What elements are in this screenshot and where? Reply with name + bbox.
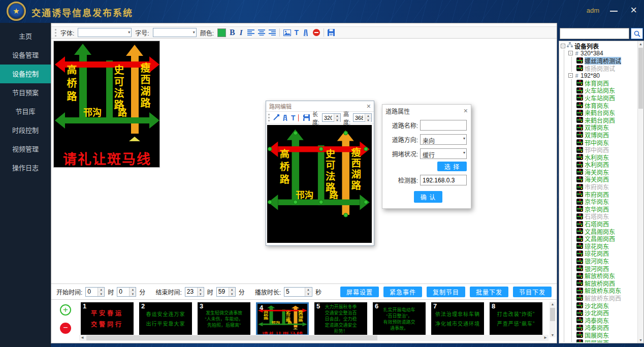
collapse-toggle[interactable]: - (561, 44, 565, 48)
action-button-0[interactable]: 屏幕设置 (340, 287, 379, 297)
sidebar-item-3[interactable]: 节目预案 (0, 83, 51, 102)
tree-device-item[interactable]: 文昌阁岗西 (576, 235, 637, 242)
confirm-button[interactable]: 确 认 (414, 191, 442, 203)
action-button-4[interactable]: 节目下发 (513, 287, 552, 297)
save-icon[interactable] (328, 29, 335, 36)
toolbar-grip[interactable] (55, 29, 56, 37)
anchor-point[interactable] (319, 200, 324, 204)
tree-device-item[interactable]: 体育岗西 (576, 79, 637, 87)
start-hour-stepper[interactable]: ▲▼ (85, 287, 105, 297)
detector-input[interactable] (420, 175, 467, 185)
collapse-toggle[interactable]: - (568, 73, 573, 78)
duration-input[interactable] (284, 288, 305, 296)
action-button-3[interactable]: 批量下发 (470, 287, 508, 297)
search-button[interactable] (631, 28, 643, 39)
anchor-point[interactable] (343, 131, 348, 136)
user-label[interactable]: adm (587, 7, 599, 14)
start-minute-input[interactable] (117, 288, 129, 296)
tree-device-item[interactable]: 文昌阁岗东 (576, 228, 637, 235)
minimize-button[interactable] (610, 11, 618, 12)
toolbar-grip[interactable] (268, 114, 270, 121)
tree-device-item[interactable]: 螺丝湾桥测试 (576, 57, 637, 65)
scroll-up-icon[interactable]: ▲ (550, 302, 556, 306)
sign-preview[interactable]: 高桥路 史可法路 瘦西湖路 邗沟 路 请礼让斑马线 (53, 41, 160, 168)
playlist-horizontal-scrollbar[interactable]: ◄ ► (79, 335, 549, 341)
dialog-titlebar[interactable]: 路网编辑 × (266, 101, 374, 111)
playlist-item-6[interactable]: 6扎实开展电动车“百日整治”，有效预防道路交通事故。 (373, 302, 426, 336)
sidebar-item-0[interactable]: 主页 (0, 27, 51, 46)
playlist-item-8[interactable]: 8打击改装“炸街”严查严惩“飙车” (490, 302, 542, 336)
length-input[interactable] (323, 114, 334, 121)
tree-device-item[interactable]: 琼花岗西 (576, 250, 637, 258)
color-swatch[interactable] (217, 28, 226, 37)
sidebar-item-2[interactable]: 设备控制 (0, 65, 51, 83)
sidebar-item-6[interactable]: 视频管理 (0, 140, 51, 159)
playlist-item-1[interactable]: 1平安春运交警同行 (81, 302, 134, 336)
tree-group-0[interactable]: -#320*384 (568, 50, 637, 57)
duration-stepper[interactable]: ▲▼ (284, 287, 312, 297)
bold-button[interactable]: B (230, 28, 235, 37)
tree-device-item[interactable]: 石塔岗东 (576, 213, 637, 220)
tree-device-item[interactable]: 解放桥东岗东 (576, 287, 637, 295)
scroll-down-icon[interactable]: ▼ (638, 338, 643, 342)
anchor-point[interactable] (268, 147, 272, 151)
select-button[interactable]: 选 择 (437, 162, 467, 171)
scroll-down-icon[interactable]: ▼ (550, 333, 556, 337)
end-minute-input[interactable] (217, 288, 229, 296)
start-hour-input[interactable] (86, 288, 98, 296)
tree-device-item[interactable]: 鸿泰岗东 (576, 317, 637, 324)
playlist-item-2[interactable]: 2春运安全连万家出行平安靠大家 (139, 302, 192, 336)
scrollbar-thumb-h[interactable] (86, 335, 377, 340)
sign-editor-view[interactable]: 高桥路 史可法路 瘦西湖路 邗沟 路 (267, 125, 372, 243)
tree-root[interactable]: -设备列表 (561, 42, 637, 50)
playlist-vertical-scrollbar[interactable]: ▲ ▼ (550, 302, 556, 337)
anchor-point[interactable] (343, 213, 348, 217)
tree-device-item[interactable]: 银河岗西 (576, 265, 637, 272)
sidebar-item-4[interactable]: 节目库 (0, 102, 51, 121)
road-network-canvas[interactable]: 高桥路 史可法路 瘦西湖路 邗沟 路 (267, 125, 372, 243)
scrollbar-thumb[interactable] (550, 308, 555, 321)
font-size-select[interactable] (153, 28, 197, 37)
remove-program-button[interactable]: − (60, 323, 71, 334)
end-minute-stepper[interactable]: ▲▼ (216, 287, 236, 297)
tree-device-item[interactable]: 沙北岗东 (576, 302, 637, 309)
tree-device-item[interactable]: 石塔岗西 (576, 220, 637, 228)
tree-device-item[interactable]: 来鹤台岗东 (576, 109, 637, 116)
tree-device-item[interactable]: 鸿泰岗西 (576, 324, 637, 332)
tree-device-item[interactable]: 水利岗西 (576, 161, 637, 169)
road-tool-icon[interactable] (282, 115, 288, 121)
tree-device-item[interactable]: 火车站岗东 (576, 87, 637, 94)
playlist-item-5[interactable]: 5大力开展秋冬季交通安全整治百日会战，全力稳定道路交通安全形势！ (314, 302, 367, 336)
dialog-close-icon[interactable]: × (464, 107, 468, 114)
action-button-2[interactable]: 复制节目 (427, 287, 465, 297)
tree-device-item[interactable]: 国展岗东 (576, 331, 637, 339)
close-button[interactable]: × (630, 4, 637, 17)
tree-device-item[interactable]: 解放桥东岗西 (576, 294, 637, 302)
tree-device-item[interactable]: 来鹤台岗西 (576, 116, 637, 124)
dialog-close-icon[interactable]: × (367, 103, 371, 110)
text-tool-icon[interactable]: T (291, 114, 296, 122)
action-button-1[interactable]: 紧急事件 (383, 287, 422, 297)
scroll-right-icon[interactable]: ► (543, 335, 548, 340)
tree-vertical-scrollbar[interactable]: ▲ ▼ (637, 41, 643, 343)
anchor-point[interactable] (268, 200, 272, 204)
collapse-toggle[interactable]: - (568, 51, 573, 55)
tree-device-item[interactable]: 解放桥岗东 (576, 272, 637, 279)
align-center-icon[interactable] (258, 29, 265, 36)
tree-device-item[interactable]: 水利岗东 (576, 153, 637, 161)
anchor-point[interactable] (364, 200, 368, 204)
height-input[interactable] (353, 114, 365, 121)
tree-device-item[interactable]: 市府岗西 (576, 191, 637, 198)
tree-device-item[interactable]: 邗中岗西 (576, 146, 637, 153)
align-left-icon[interactable] (247, 29, 254, 36)
draw-line-icon[interactable] (273, 114, 279, 121)
device-search-input[interactable] (560, 28, 629, 39)
tree-device-item[interactable]: 解放桥岗西 (576, 279, 637, 287)
end-hour-input[interactable] (185, 288, 197, 296)
anchor-point[interactable] (293, 131, 298, 136)
tree-device-item[interactable]: 京华岗东 (576, 198, 637, 205)
playlist-item-4[interactable]: 4 高桥路 史可法路 瘦西湖路 邗沟 路 请礼让斑马线 (256, 302, 309, 336)
sidebar-item-5[interactable]: 时段控制 (0, 121, 51, 140)
tree-device-item[interactable]: 银河岗东 (576, 257, 637, 265)
congestion-select[interactable]: 缓行 (420, 148, 467, 159)
